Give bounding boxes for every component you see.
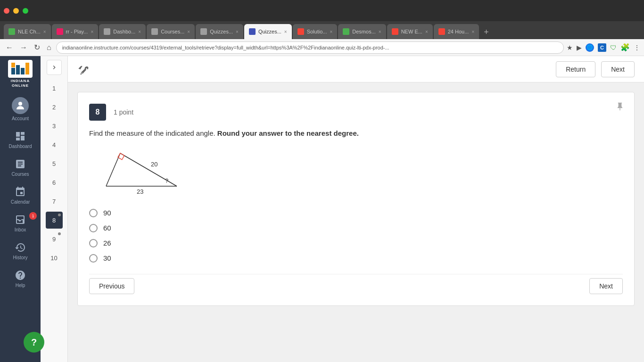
q-num-label: 6 [52,179,56,186]
q-num-label: 4 [52,141,56,148]
logo-text: INDIANAONLINE [11,79,30,89]
account-label: Account [12,116,29,121]
answer-label-30: 30 [103,254,111,262]
logo-area: INDIANAONLINE [8,60,33,89]
diagram-area: 20 ? 23 [97,148,623,197]
content-area: 8 1 point Find the measure of the indica… [68,82,644,362]
question-nav-item-10[interactable]: 10 [46,249,63,266]
reload-button[interactable]: ↻ [32,41,42,54]
history-label: History [13,255,27,260]
next-button[interactable]: Next [589,278,623,294]
q-num-label: 9 [52,236,56,243]
address-bar[interactable]: indianaonline.instructure.com/courses/43… [56,41,564,54]
question-card: 8 1 point Find the measure of the indica… [77,92,635,306]
q-num-label: 5 [52,160,56,167]
q-num-label: 7 [52,198,56,205]
sidebar-item-courses[interactable]: Courses [0,154,41,181]
tab-solutions[interactable]: Solutio... × [293,24,338,39]
main-sidebar: INDIANAONLINE Account Dashboard Courses … [0,56,41,362]
question-nav-item-7[interactable]: 7 [46,193,63,210]
question-points: 1 point [114,108,133,116]
tab-rr[interactable]: rr - Play... × [52,24,99,39]
svg-line-7 [106,153,120,186]
help-label: Help [16,283,25,288]
new-tab-btn[interactable]: + [480,25,493,39]
browser-tabs-bar: NLE Ch... × rr - Play... × Dashbo... × C… [0,21,644,39]
question-text-plain: Find the measure of the indicated angle. [89,129,215,137]
q-num-label: 1 [52,85,56,92]
top-bar: Return Next [68,56,644,82]
answer-option-90[interactable]: 90 [89,209,623,217]
question-nav-item-8[interactable]: 8 [46,212,63,229]
question-nav-item-2[interactable]: 2 [46,99,63,115]
question-nav-item-5[interactable]: 5 [46,155,63,172]
answer-option-26[interactable]: 26 [89,239,623,247]
home-button[interactable]: ⌂ [45,41,53,54]
q-num-label: 3 [52,123,56,130]
answer-label-26: 26 [103,239,111,247]
sidebar-item-account[interactable]: Account [0,92,41,126]
question-nav-item-4[interactable]: 4 [46,136,63,153]
question-nav-panel: 1 2 3 4 5 6 7 8 9 10 [41,56,68,362]
top-bar-left [77,63,91,76]
svg-text:20: 20 [151,161,157,168]
forward-button[interactable]: → [18,41,29,54]
question-nav-item-3[interactable]: 3 [46,117,63,134]
answer-option-30[interactable]: 30 [89,254,623,263]
svg-text:?: ? [165,177,168,184]
triangle-diagram: 20 ? 23 [97,148,191,196]
radio-30[interactable] [89,254,98,263]
question-header: 8 1 point [89,104,623,121]
dashboard-icon [15,131,26,142]
question-number-badge: 8 [89,104,106,121]
pin-icon[interactable] [615,102,625,113]
q-num-label: 10 [50,255,57,262]
tab-desmos[interactable]: Desmos... × [338,24,386,39]
previous-button[interactable]: Previous [89,278,134,294]
answer-label-60: 60 [103,224,111,232]
sidebar-item-help[interactable]: Help [0,265,41,293]
top-next-button[interactable]: Next [601,61,635,77]
radio-60[interactable] [89,224,98,232]
sidebar-item-history[interactable]: History [0,237,41,265]
collapse-panel-button[interactable] [47,60,62,75]
tab-quizzes2[interactable]: Quizzes... × [244,24,292,39]
radio-26[interactable] [89,239,98,247]
browser-chrome [0,0,644,21]
back-button[interactable]: ← [4,41,15,54]
question-text: Find the measure of the indicated angle.… [89,128,623,139]
tab-newe[interactable]: NEW E... × [387,24,433,39]
tab-dash[interactable]: Dashbo... × [99,24,146,39]
calendar-label: Calendar [11,199,30,205]
svg-rect-2 [16,65,20,74]
sidebar-item-dashboard[interactable]: Dashboard [0,126,41,154]
sidebar-item-inbox[interactable]: 1 Inbox [0,209,41,237]
question-nav-item-6[interactable]: 6 [46,174,63,191]
answer-option-60[interactable]: 60 [89,224,623,232]
calendar-icon [15,186,26,197]
address-text: indianaonline.instructure.com/courses/43… [62,45,389,50]
help-floating-button[interactable]: ? [24,332,44,353]
indiana-online-logo [11,62,30,75]
help-floating-label: ? [31,337,37,348]
tab-quizzes1[interactable]: Quizzes... × [196,24,243,39]
courses-label: Courses [11,172,29,177]
card-footer: Previous Next [89,274,623,294]
browser-nav-bar: ← → ↻ ⌂ indianaonline.instructure.com/co… [0,39,644,56]
question-text-bold: Round your answer to the nearest degree. [217,129,359,137]
radio-90[interactable] [89,209,98,217]
return-button[interactable]: Return [556,61,595,77]
tab-courses[interactable]: Courses... × [147,24,195,39]
question-nav-item-9[interactable]: 9 [46,230,63,247]
tab-nle[interactable]: NLE Ch... × [4,24,51,39]
tab-24hou[interactable]: 24 Hou... × [434,24,479,39]
svg-point-5 [18,102,22,106]
q-num-label: 8 [52,217,56,224]
inbox-wrapper: 1 [0,214,41,225]
avatar [12,97,29,114]
question-nav-item-1[interactable]: 1 [46,80,63,97]
sidebar-item-calendar[interactable]: Calendar [0,181,41,209]
main-content-area: Return Next 8 1 point Find the measure o… [68,56,644,362]
answer-options: 90 60 26 30 [89,209,623,263]
svg-rect-1 [11,63,15,67]
